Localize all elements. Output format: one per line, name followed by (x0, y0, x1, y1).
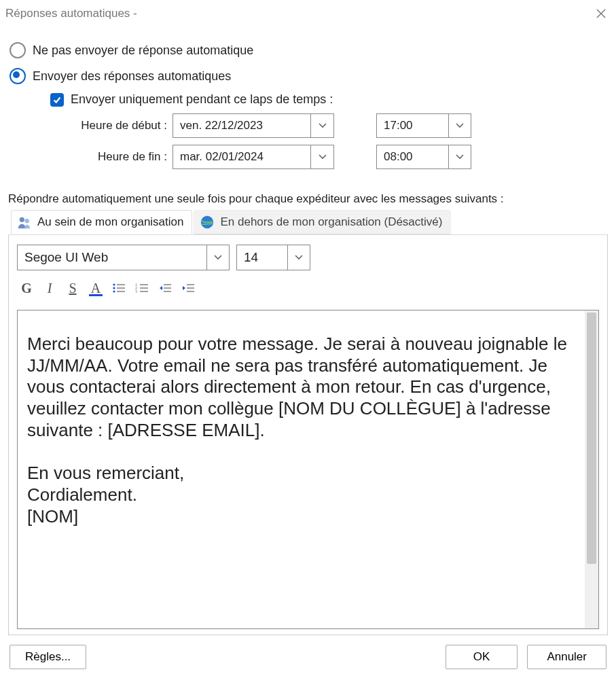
start-date-select[interactable]: ven. 22/12/2023 (173, 113, 334, 138)
start-time-label: Heure de début : (72, 119, 173, 132)
svg-point-7 (113, 290, 115, 292)
close-icon (596, 8, 606, 19)
outdent-button[interactable] (156, 279, 175, 298)
end-time-select[interactable]: 08:00 (376, 145, 471, 169)
tab-internal[interactable]: Au sein de mon organisation (11, 210, 192, 234)
reply-info-text: Répondre automatiquement une seule fois … (8, 192, 608, 206)
radio-no-send-label: Ne pas envoyer de réponse automatique (33, 43, 253, 58)
chevron-down-icon[interactable] (287, 245, 310, 270)
svg-point-6 (113, 287, 115, 289)
italic-button[interactable]: I (40, 279, 59, 298)
checkbox-icon (50, 93, 64, 107)
scroll-thumb[interactable] (587, 313, 596, 564)
dialog-title: Réponses automatiques - (5, 7, 137, 20)
radio-send[interactable]: Envoyer des réponses automatiques (10, 68, 609, 84)
radio-send-label: Envoyer des réponses automatiques (33, 69, 231, 84)
end-time-label: Heure de fin : (72, 150, 173, 164)
tab-internal-label: Au sein de mon organisation (37, 215, 183, 229)
scrollbar[interactable] (585, 310, 598, 628)
svg-point-2 (20, 217, 24, 222)
end-date-select[interactable]: mar. 02/01/2024 (173, 145, 334, 169)
ok-button[interactable]: OK (446, 645, 518, 669)
rules-button[interactable]: Règles... (10, 645, 86, 669)
bold-button[interactable]: G (17, 279, 36, 298)
svg-point-5 (113, 283, 115, 285)
end-date-value: mar. 02/01/2024 (173, 150, 310, 164)
font-color-button[interactable]: A (86, 279, 105, 298)
start-time-select[interactable]: 17:00 (376, 113, 471, 138)
font-name-value: Segoe UI Web (18, 245, 206, 270)
font-name-select[interactable]: Segoe UI Web (17, 245, 230, 270)
radio-icon (10, 42, 26, 58)
end-time-value: 08:00 (377, 150, 448, 164)
underline-button[interactable]: S (63, 279, 82, 298)
time-range-label: Envoyer uniquement pendant ce laps de te… (71, 92, 333, 107)
cancel-button[interactable]: Annuler (527, 645, 606, 669)
globe-icon (200, 215, 215, 230)
bulleted-list-button[interactable] (109, 279, 128, 298)
tab-external-label: En dehors de mon organisation (Désactivé… (220, 215, 442, 229)
numbered-list-button[interactable]: 123 (132, 279, 151, 298)
chevron-down-icon[interactable] (310, 145, 333, 168)
indent-button[interactable] (179, 279, 198, 298)
svg-text:3: 3 (135, 289, 137, 293)
chevron-down-icon[interactable] (310, 114, 333, 137)
titlebar: Réponses automatiques - (0, 0, 616, 24)
chevron-down-icon[interactable] (448, 145, 471, 168)
chevron-down-icon[interactable] (448, 114, 471, 137)
chevron-down-icon[interactable] (206, 245, 229, 270)
radio-no-send[interactable]: Ne pas envoyer de réponse automatique (10, 42, 609, 58)
start-time-value: 17:00 (377, 119, 448, 132)
message-body[interactable]: Merci beaucoup pour votre message. Je se… (18, 310, 585, 628)
time-range-checkbox[interactable]: Envoyer uniquement pendant ce laps de te… (50, 92, 609, 107)
people-icon (17, 215, 32, 230)
radio-icon (10, 68, 26, 84)
close-button[interactable] (592, 4, 611, 23)
font-size-value: 14 (237, 245, 287, 270)
svg-point-3 (24, 219, 29, 223)
tab-external[interactable]: En dehors de mon organisation (Désactivé… (194, 210, 451, 234)
font-size-select[interactable]: 14 (236, 245, 310, 270)
editor-panel: Segoe UI Web 14 G I S A 123 (8, 234, 608, 635)
start-date-value: ven. 22/12/2023 (173, 119, 310, 132)
